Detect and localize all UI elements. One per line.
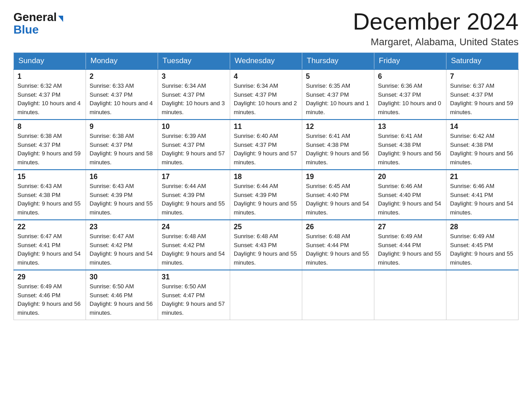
table-row: 10 Sunrise: 6:39 AM Sunset: 4:37 PM Dayl…	[158, 120, 230, 170]
sunset-label: Sunset: 4:39 PM	[162, 192, 205, 198]
day-info: Sunrise: 6:49 AM Sunset: 4:45 PM Dayligh…	[450, 232, 515, 267]
daylight-label: Daylight: 9 hours and 54 minutes.	[90, 250, 153, 266]
day-info: Sunrise: 6:47 AM Sunset: 4:41 PM Dayligh…	[17, 232, 82, 267]
sunset-label: Sunset: 4:38 PM	[17, 192, 60, 198]
day-info: Sunrise: 6:42 AM Sunset: 4:38 PM Dayligh…	[450, 132, 515, 167]
sunset-label: Sunset: 4:40 PM	[306, 192, 349, 198]
daylight-label: Daylight: 9 hours and 55 minutes.	[234, 250, 297, 266]
calendar-week-row: 22 Sunrise: 6:47 AM Sunset: 4:41 PM Dayl…	[14, 220, 519, 270]
sunrise-label: Sunrise: 6:34 AM	[162, 82, 206, 89]
day-number: 20	[378, 173, 442, 181]
calendar-week-row: 1 Sunrise: 6:32 AM Sunset: 4:37 PM Dayli…	[14, 69, 519, 120]
calendar-week-row: 29 Sunrise: 6:49 AM Sunset: 4:46 PM Dayl…	[14, 270, 519, 320]
sunset-label: Sunset: 4:38 PM	[378, 141, 421, 148]
day-number: 29	[17, 273, 82, 281]
daylight-label: Daylight: 9 hours and 55 minutes.	[378, 250, 441, 266]
col-thursday: Thursday	[302, 53, 374, 70]
sunrise-label: Sunrise: 6:38 AM	[90, 133, 134, 139]
day-number: 27	[378, 223, 442, 231]
sunrise-label: Sunrise: 6:47 AM	[17, 233, 62, 240]
table-row: 2 Sunrise: 6:33 AM Sunset: 4:37 PM Dayli…	[86, 69, 158, 120]
day-info: Sunrise: 6:50 AM Sunset: 4:46 PM Dayligh…	[90, 282, 154, 317]
table-row: 24 Sunrise: 6:48 AM Sunset: 4:42 PM Dayl…	[158, 220, 230, 270]
sunset-label: Sunset: 4:37 PM	[378, 91, 421, 98]
sunset-label: Sunset: 4:39 PM	[234, 192, 277, 198]
daylight-label: Daylight: 10 hours and 4 minutes.	[90, 100, 153, 116]
table-row: 16 Sunrise: 6:43 AM Sunset: 4:39 PM Dayl…	[86, 170, 158, 220]
table-row	[230, 270, 302, 320]
sunset-label: Sunset: 4:37 PM	[90, 141, 133, 148]
table-row: 6 Sunrise: 6:36 AM Sunset: 4:37 PM Dayli…	[374, 69, 446, 120]
day-number: 12	[306, 123, 370, 131]
sunrise-label: Sunrise: 6:44 AM	[162, 183, 206, 189]
table-row: 21 Sunrise: 6:46 AM Sunset: 4:41 PM Dayl…	[446, 170, 519, 220]
day-info: Sunrise: 6:35 AM Sunset: 4:37 PM Dayligh…	[306, 81, 370, 116]
table-row: 19 Sunrise: 6:45 AM Sunset: 4:40 PM Dayl…	[302, 170, 374, 220]
daylight-label: Daylight: 9 hours and 59 minutes.	[450, 100, 513, 116]
sunset-label: Sunset: 4:37 PM	[450, 91, 493, 98]
day-number: 5	[306, 73, 370, 81]
sunrise-label: Sunrise: 6:49 AM	[450, 233, 494, 240]
day-info: Sunrise: 6:34 AM Sunset: 4:37 PM Dayligh…	[162, 81, 226, 116]
sunrise-label: Sunrise: 6:49 AM	[378, 233, 422, 240]
day-info: Sunrise: 6:41 AM Sunset: 4:38 PM Dayligh…	[378, 132, 442, 167]
day-info: Sunrise: 6:49 AM Sunset: 4:46 PM Dayligh…	[17, 282, 82, 317]
col-friday: Friday	[374, 53, 446, 70]
day-info: Sunrise: 6:46 AM Sunset: 4:41 PM Dayligh…	[450, 182, 515, 217]
daylight-label: Daylight: 9 hours and 55 minutes.	[90, 200, 153, 216]
daylight-label: Daylight: 10 hours and 3 minutes.	[162, 100, 225, 116]
sunrise-label: Sunrise: 6:38 AM	[17, 133, 62, 139]
day-info: Sunrise: 6:40 AM Sunset: 4:37 PM Dayligh…	[234, 132, 298, 167]
table-row: 27 Sunrise: 6:49 AM Sunset: 4:44 PM Dayl…	[374, 220, 446, 270]
sunset-label: Sunset: 4:37 PM	[17, 141, 60, 148]
table-row: 20 Sunrise: 6:46 AM Sunset: 4:40 PM Dayl…	[374, 170, 446, 220]
day-number: 6	[378, 73, 442, 81]
day-info: Sunrise: 6:45 AM Sunset: 4:40 PM Dayligh…	[306, 182, 370, 217]
day-number: 16	[90, 173, 154, 181]
day-number: 17	[162, 173, 226, 181]
sunset-label: Sunset: 4:43 PM	[234, 242, 277, 248]
daylight-label: Daylight: 9 hours and 57 minutes.	[162, 150, 225, 166]
sunset-label: Sunset: 4:38 PM	[306, 141, 349, 148]
sunrise-label: Sunrise: 6:49 AM	[17, 283, 62, 290]
sunset-label: Sunset: 4:44 PM	[378, 242, 421, 248]
sunrise-label: Sunrise: 6:42 AM	[450, 133, 494, 139]
sunset-label: Sunset: 4:42 PM	[90, 242, 133, 248]
calendar-week-row: 8 Sunrise: 6:38 AM Sunset: 4:37 PM Dayli…	[14, 120, 519, 170]
sunset-label: Sunset: 4:37 PM	[162, 141, 205, 148]
sunrise-label: Sunrise: 6:36 AM	[378, 82, 422, 89]
table-row: 15 Sunrise: 6:43 AM Sunset: 4:38 PM Dayl…	[14, 170, 86, 220]
col-tuesday: Tuesday	[158, 53, 230, 70]
table-row: 28 Sunrise: 6:49 AM Sunset: 4:45 PM Dayl…	[446, 220, 519, 270]
sunset-label: Sunset: 4:37 PM	[17, 91, 60, 98]
sunrise-label: Sunrise: 6:34 AM	[234, 82, 278, 89]
day-info: Sunrise: 6:47 AM Sunset: 4:42 PM Dayligh…	[90, 232, 154, 267]
day-info: Sunrise: 6:34 AM Sunset: 4:37 PM Dayligh…	[234, 81, 298, 116]
sunset-label: Sunset: 4:39 PM	[90, 192, 133, 198]
sunrise-label: Sunrise: 6:48 AM	[234, 233, 278, 240]
sunset-label: Sunset: 4:41 PM	[450, 192, 493, 198]
daylight-label: Daylight: 9 hours and 54 minutes.	[450, 200, 513, 216]
sunrise-label: Sunrise: 6:44 AM	[234, 183, 278, 189]
daylight-label: Daylight: 9 hours and 54 minutes.	[306, 200, 369, 216]
day-number: 30	[90, 273, 154, 281]
sunset-label: Sunset: 4:37 PM	[234, 91, 277, 98]
day-number: 7	[450, 73, 515, 81]
sunrise-label: Sunrise: 6:43 AM	[17, 183, 62, 189]
daylight-label: Daylight: 9 hours and 55 minutes.	[234, 200, 297, 216]
day-info: Sunrise: 6:38 AM Sunset: 4:37 PM Dayligh…	[90, 132, 154, 167]
daylight-label: Daylight: 10 hours and 1 minute.	[306, 100, 369, 116]
table-row: 26 Sunrise: 6:48 AM Sunset: 4:44 PM Dayl…	[302, 220, 374, 270]
col-saturday: Saturday	[446, 53, 519, 70]
table-row: 12 Sunrise: 6:41 AM Sunset: 4:38 PM Dayl…	[302, 120, 374, 170]
table-row: 29 Sunrise: 6:49 AM Sunset: 4:46 PM Dayl…	[14, 270, 86, 320]
day-number: 15	[17, 173, 82, 181]
day-info: Sunrise: 6:39 AM Sunset: 4:37 PM Dayligh…	[162, 132, 226, 167]
sunrise-label: Sunrise: 6:41 AM	[306, 133, 350, 139]
table-row: 1 Sunrise: 6:32 AM Sunset: 4:37 PM Dayli…	[14, 69, 86, 120]
daylight-label: Daylight: 9 hours and 55 minutes.	[162, 200, 225, 216]
day-info: Sunrise: 6:49 AM Sunset: 4:44 PM Dayligh…	[378, 232, 442, 267]
daylight-label: Daylight: 9 hours and 59 minutes.	[17, 150, 81, 166]
day-number: 8	[17, 123, 82, 131]
day-number: 13	[378, 123, 442, 131]
